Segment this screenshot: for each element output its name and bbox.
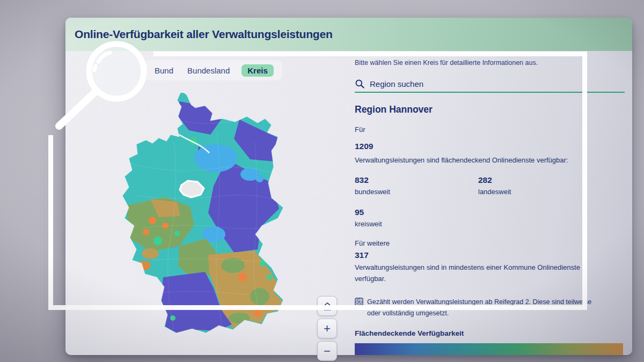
total-value: 1209 [355, 142, 373, 151]
stat-value: 832 [355, 175, 478, 185]
tab-bund[interactable]: Bund [152, 64, 175, 77]
stat-kreisweit: 95 kreisweit [355, 208, 500, 228]
stat-bundesweit: 832 bundesweit [355, 175, 478, 196]
total-description: Verwaltungsleistungen sind flächendecken… [355, 156, 568, 164]
legend-title: Flächendeckende Verfügbarkeit [355, 329, 464, 337]
stage: Online-Verfügbarkeit aller Verwaltungsle… [0, 0, 644, 362]
plus-icon: + [324, 323, 331, 335]
stat-value: 95 [355, 208, 500, 217]
stat-label: bundesweit [355, 188, 478, 196]
tab-bundesland[interactable]: Bundesland [185, 64, 232, 77]
availability-gradient-bar [355, 343, 623, 355]
highlight-frame-top [153, 51, 587, 56]
magnifier-handle [59, 91, 97, 126]
weitere-description: Verwaltungsleistungen sind in mindestens… [355, 262, 602, 285]
minus-icon: − [324, 345, 331, 357]
lens-highlight-small [94, 66, 96, 70]
region-title: Region Hannover [355, 104, 433, 115]
highlight-frame-bottom [48, 305, 587, 310]
magnifier-graphic [43, 29, 156, 142]
search-icon [355, 79, 365, 89]
fuer-label: Für [355, 125, 365, 134]
stats-row: 832 bundesweit 282 landesweit [355, 175, 602, 196]
weitere-value: 317 [355, 250, 369, 260]
stat-label: kreisweit [355, 220, 500, 228]
zoom-in-button[interactable]: + [317, 319, 337, 338]
instruction-text: Bitte wählen Sie einen Kreis für detaill… [355, 59, 538, 67]
tab-kreis[interactable]: Kreis [241, 64, 274, 77]
zoom-out-button[interactable]: − [317, 341, 337, 361]
highlight-frame-left [48, 135, 53, 310]
weitere-label: Für weitere [355, 239, 390, 247]
highlight-frame-right [582, 51, 587, 310]
view-tabbar: Bund Bundesland Kreis [144, 60, 282, 80]
